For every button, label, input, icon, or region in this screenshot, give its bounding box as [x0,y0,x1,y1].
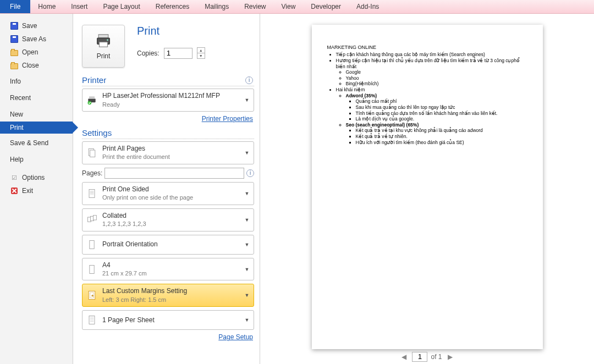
save-as-icon [10,35,19,43]
margins-icon: ★ [86,289,98,302]
print-range-selector[interactable]: Print All PagesPrint the entire document… [82,141,254,164]
print-title: Print [137,25,205,37]
sidebar-exit[interactable]: Exit [0,184,73,197]
ribbon-tab-developer[interactable]: Developer [303,1,349,13]
folder-close-icon [10,61,19,70]
printer-header: Printeri [82,75,254,86]
chevron-down-icon: ▼ [244,267,250,272]
ribbon-tab-file[interactable]: File [0,0,30,13]
ribbon-tab-page-layout[interactable]: Page Layout [95,1,147,13]
svg-point-3 [107,40,108,41]
sidebar-open[interactable]: Open [0,46,73,59]
ribbon-tab-addins[interactable]: Add-Ins [349,1,387,13]
ribbon-tab-mailings[interactable]: Mailings [197,1,237,13]
ribbon-tab-home[interactable]: Home [30,1,63,13]
info-icon[interactable]: i [245,76,253,84]
sidebar-close[interactable]: Close [0,59,73,72]
info-icon[interactable]: i [246,169,254,177]
sidebar-recent[interactable]: Recent [0,89,73,105]
doc-line: Hai khái niệm Adword (35%) Quảng cáo mất… [336,87,531,145]
svg-rect-9 [89,189,95,197]
svg-rect-8 [90,150,95,157]
sidebar-save-as[interactable]: Save As [0,32,73,46]
pages-input[interactable] [105,168,244,179]
copies-down-icon[interactable]: ▼ [197,53,205,58]
page-one-sided-icon [86,187,98,200]
printer-properties-link[interactable]: Printer Properties [202,115,253,123]
ribbon-tab-review[interactable]: Review [237,1,273,13]
sidebar-options[interactable]: ☑Options [0,171,73,184]
sidebar-help[interactable]: Help [0,150,73,167]
print-button[interactable]: Print [82,25,125,68]
pages-label: Pages: [82,169,102,177]
copies-label: Copies: [137,49,160,57]
folder-open-icon [10,48,19,57]
ribbon-tab-view[interactable]: View [274,1,304,13]
paper-icon [86,263,98,276]
sidebar-info[interactable]: Info [0,72,73,89]
save-icon [10,21,19,30]
collation-selector[interactable]: Collated1,2,3 1,2,3 1,2,3 ▼ [82,208,254,231]
svg-rect-2 [100,42,108,47]
exit-icon [10,186,19,195]
printer-selector[interactable]: HP LaserJet Professional M1212nf MFPRead… [82,89,254,112]
printer-icon [95,32,112,49]
print-button-label: Print [97,52,111,60]
svg-rect-16 [90,240,94,249]
print-settings-panel: Print Print Copies: ▲ ▼ Printeri HP Lase… [73,14,260,364]
svg-rect-0 [98,35,108,38]
svg-rect-17 [90,265,94,273]
chevron-down-icon: ▼ [244,150,250,156]
ribbon-tab-references[interactable]: References [148,1,197,13]
sidebar-save[interactable]: Save [0,19,73,32]
margins-selector[interactable]: ★ Last Custom Margins SettingLeft: 3 cm … [82,284,254,307]
print-preview: MARKETING ONLINE Tiếp cận khách hàng thô… [260,14,594,364]
printer-device-icon [86,93,98,107]
sheet-icon [86,313,98,327]
doc-line: Hương tiếp cận hiệu tại thì chủ yếu dựa … [336,58,531,87]
pages-icon [86,146,98,159]
settings-header: Settings [82,128,254,139]
page-setup-link[interactable]: Page Setup [218,333,253,341]
chevron-down-icon: ▼ [244,242,250,247]
svg-point-6 [88,101,92,105]
collate-icon [86,213,98,227]
chevron-down-icon: ▼ [244,217,250,223]
options-icon: ☑ [10,173,19,182]
backstage-sidebar: Save Save As Open Close Info Recent New … [0,14,73,364]
sides-selector[interactable]: Print One SidedOnly print on one side of… [82,182,254,205]
next-page-icon[interactable]: ▶ [446,353,455,361]
portrait-icon [86,238,98,251]
preview-page: MARKETING ONLINE Tiếp cận khách hàng thô… [312,25,543,349]
preview-pager: ◀ of 1 ▶ [260,349,594,364]
chevron-down-icon: ▼ [244,317,250,323]
doc-title: MARKETING ONLINE [327,45,531,51]
ribbon-tab-insert[interactable]: Insert [63,1,95,13]
orientation-selector[interactable]: Portrait Orientation ▼ [82,235,254,255]
copies-input[interactable] [164,48,193,59]
page-of-label: of 1 [431,353,442,361]
chevron-down-icon: ▼ [244,293,250,298]
svg-text:★: ★ [91,294,94,297]
chevron-down-icon: ▼ [244,97,250,103]
page-number-input[interactable] [412,352,427,362]
sidebar-new[interactable]: New [0,105,73,122]
doc-line: Tiếp cận khách hàng thông qua các bộ máy… [336,52,531,58]
sidebar-save-send[interactable]: Save & Send [0,134,73,150]
paper-size-selector[interactable]: A421 cm x 29.7 cm ▼ [82,258,254,281]
ribbon: File Home Insert Page Layout References … [0,0,594,14]
svg-rect-15 [94,215,97,219]
copies-up-icon[interactable]: ▲ [197,48,205,53]
chevron-down-icon: ▼ [244,191,250,196]
sidebar-print[interactable]: Print [0,122,73,134]
prev-page-icon[interactable]: ◀ [399,353,409,361]
pages-per-sheet-selector[interactable]: 1 Page Per Sheet ▼ [82,310,254,330]
svg-rect-5 [89,96,95,98]
